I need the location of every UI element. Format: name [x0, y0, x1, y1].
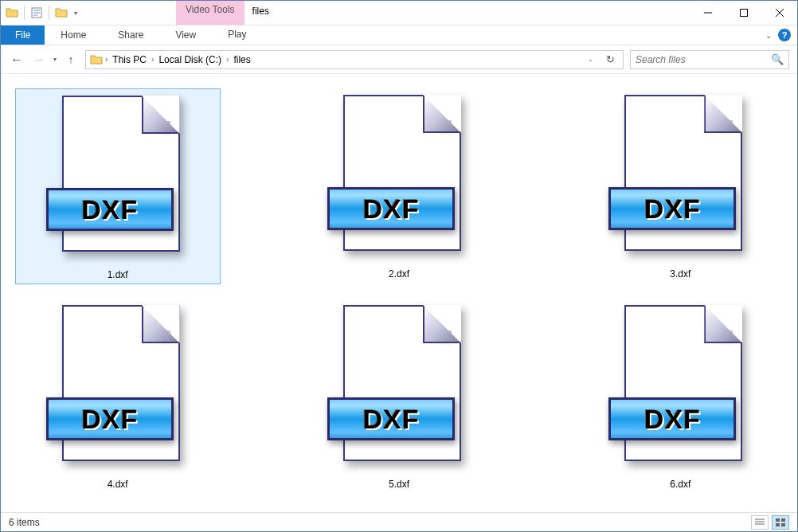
- navigation-bar: ← → ▾ ↑ › This PC › Local Disk (C:) › fi…: [1, 45, 797, 74]
- address-bar[interactable]: › This PC › Local Disk (C:) › files ⌄ ↻: [85, 50, 624, 69]
- contextual-tab-group: Video Tools: [176, 1, 244, 25]
- breadcrumb-drive[interactable]: Local Disk (C:): [155, 54, 225, 65]
- svg-rect-3: [781, 518, 785, 522]
- file-name-label: 1.dxf: [108, 269, 128, 280]
- maximize-button[interactable]: [726, 1, 761, 25]
- dxf-file-icon: DXF: [46, 92, 190, 260]
- folder-icon: [89, 53, 104, 67]
- chevron-right-icon[interactable]: ›: [104, 55, 109, 64]
- file-type-badge: DXF: [362, 404, 419, 435]
- tab-home[interactable]: Home: [45, 25, 102, 45]
- status-bar: 6 items: [1, 512, 797, 531]
- file-type-badge: DXF: [362, 194, 419, 225]
- ribbon-tabs: File Home Share View Play ⌄ ?: [1, 25, 797, 45]
- file-item[interactable]: DXF5.dxf: [296, 299, 502, 493]
- minimize-button[interactable]: [690, 1, 726, 25]
- file-item[interactable]: DXF1.dxf: [15, 88, 221, 284]
- file-type-badge: DXF: [81, 194, 138, 225]
- new-folder-icon[interactable]: [53, 5, 69, 21]
- close-button[interactable]: [761, 1, 797, 25]
- separator: [49, 6, 49, 20]
- refresh-icon[interactable]: ↻: [601, 53, 620, 65]
- file-name-label: 2.dxf: [389, 268, 409, 280]
- breadcrumb-folder[interactable]: files: [230, 54, 253, 65]
- quick-access-toolbar: ▾: [1, 1, 80, 25]
- dxf-file-icon: DXF: [327, 92, 471, 259]
- search-box[interactable]: 🔍: [630, 50, 789, 69]
- svg-rect-4: [776, 523, 780, 526]
- forward-button[interactable]: →: [31, 53, 47, 67]
- svg-rect-5: [781, 523, 785, 526]
- file-name-label: 5.dxf: [389, 479, 409, 490]
- file-item[interactable]: DXF6.dxf: [577, 299, 783, 493]
- folder-icon: [4, 5, 20, 21]
- explorer-window: ▾ Video Tools files File Home Share View…: [0, 0, 798, 532]
- file-type-badge: DXF: [81, 404, 138, 435]
- window-title: files: [244, 1, 690, 25]
- ribbon-expand-icon[interactable]: ⌄: [765, 31, 772, 40]
- chevron-right-icon[interactable]: ›: [150, 55, 155, 64]
- tab-share[interactable]: Share: [102, 25, 159, 45]
- file-type-badge: DXF: [644, 194, 701, 225]
- help-icon[interactable]: ?: [778, 29, 791, 41]
- search-icon[interactable]: 🔍: [771, 53, 784, 65]
- tab-view[interactable]: View: [159, 25, 212, 45]
- dxf-file-icon: DXF: [46, 302, 190, 469]
- svg-rect-1: [740, 10, 747, 17]
- file-name-label: 4.dxf: [108, 479, 128, 490]
- file-item[interactable]: DXF2.dxf: [296, 88, 502, 284]
- separator: [24, 6, 25, 20]
- breadcrumb-this-pc[interactable]: This PC: [109, 54, 150, 65]
- file-type-badge: DXF: [644, 404, 701, 435]
- svg-rect-2: [776, 518, 780, 522]
- tab-play[interactable]: Play: [212, 25, 262, 45]
- dxf-file-icon: DXF: [327, 302, 471, 469]
- file-tab[interactable]: File: [1, 25, 45, 45]
- back-button[interactable]: ←: [9, 53, 25, 67]
- file-item[interactable]: DXF4.dxf: [15, 299, 221, 493]
- history-dropdown-icon[interactable]: ▾: [53, 56, 57, 63]
- file-name-label: 3.dxf: [670, 268, 690, 280]
- window-controls: [690, 1, 797, 25]
- dxf-file-icon: DXF: [608, 302, 752, 469]
- search-input[interactable]: [636, 54, 771, 65]
- properties-icon[interactable]: [29, 5, 45, 21]
- dxf-file-icon: DXF: [608, 92, 752, 259]
- up-button[interactable]: ↑: [63, 53, 79, 66]
- file-name-label: 6.dxf: [670, 479, 690, 490]
- qat-dropdown-icon[interactable]: ▾: [71, 10, 80, 17]
- thumbnails-view-button[interactable]: [772, 515, 789, 530]
- chevron-right-icon[interactable]: ›: [225, 55, 230, 64]
- file-pane[interactable]: DXF1.dxfDXF2.dxfDXF3.dxfDXF4.dxfDXF5.dxf…: [1, 74, 797, 512]
- file-grid: DXF1.dxfDXF2.dxfDXF3.dxfDXF4.dxfDXF5.dxf…: [9, 88, 789, 493]
- item-count: 6 items: [9, 517, 40, 528]
- details-view-button[interactable]: [751, 515, 769, 530]
- file-item[interactable]: DXF3.dxf: [577, 88, 783, 284]
- address-dropdown-icon[interactable]: ⌄: [585, 56, 597, 63]
- title-bar: ▾ Video Tools files: [1, 1, 797, 25]
